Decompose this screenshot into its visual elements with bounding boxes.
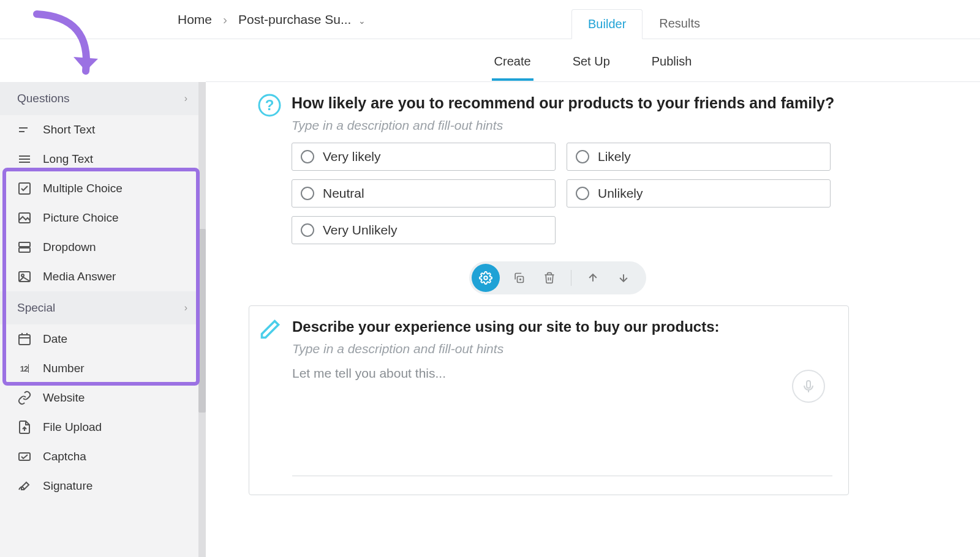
long-text-input[interactable]: Let me tell you about this... [292, 366, 832, 476]
options-grid: Very likely Likely Neutral Unlikely Very… [292, 143, 831, 244]
question-title[interactable]: How likely are you to recommend our prod… [292, 94, 968, 112]
sidebar-item-label: Multiple Choice [43, 182, 123, 195]
scrollbar-thumb[interactable] [198, 229, 206, 413]
question-description-placeholder[interactable]: Type in a description and fill-out hints [292, 342, 832, 356]
sidebar-group-questions[interactable]: Questions › [0, 82, 201, 115]
sidebar-group-label: Questions [17, 92, 70, 105]
link-icon [17, 391, 32, 405]
move-up-button[interactable] [581, 266, 605, 290]
number-icon: 12 [17, 361, 32, 376]
workspace: Questions › Short Text Long Text Mul [0, 82, 980, 557]
sidebar-item-label: Date [43, 332, 67, 346]
option-likely[interactable]: Likely [567, 143, 831, 171]
question-multiple-choice: ? How likely are you to recommend our pr… [292, 94, 968, 244]
option-label: Unlikely [598, 186, 643, 201]
top-bar: Home › Post-purchase Su... ⌄ Builder Res… [0, 0, 980, 39]
sidebar-item-label: Website [43, 391, 85, 405]
option-label: Likely [598, 149, 631, 164]
radio-icon [301, 223, 314, 237]
duplicate-button[interactable] [507, 266, 530, 290]
question-description-placeholder[interactable]: Type in a description and fill-out hints [292, 118, 968, 133]
settings-button[interactable] [472, 264, 500, 292]
scrollbar-track[interactable] [198, 82, 206, 557]
svg-rect-7 [19, 242, 30, 247]
chevron-down-icon: ⌄ [358, 16, 366, 26]
sidebar-item-website[interactable]: Website [0, 383, 201, 413]
long-text-placeholder: Let me tell you about this... [292, 366, 446, 380]
svg-point-10 [21, 274, 24, 277]
sidebar-item-label: Captcha [43, 450, 86, 463]
option-neutral[interactable]: Neutral [292, 179, 556, 207]
question-long-text[interactable]: Describe your experience using our site … [249, 305, 849, 495]
sidebar-item-media-answer[interactable]: Media Answer [0, 262, 201, 291]
upload-icon [17, 420, 32, 435]
subtab-publish[interactable]: Publish [649, 41, 695, 80]
svg-text:?: ? [265, 97, 274, 113]
svg-rect-11 [19, 335, 30, 345]
sidebar-item-captcha[interactable]: Captcha [0, 442, 201, 471]
sidebar-item-signature[interactable]: Signature [0, 471, 201, 501]
chevron-right-icon: › [184, 93, 187, 104]
top-tabs: Builder Results [571, 9, 717, 39]
media-icon [17, 269, 32, 284]
breadcrumb-current-label: Post-purchase Su... [238, 12, 351, 26]
sidebar-item-label: Short Text [43, 123, 95, 136]
sidebar-item-number[interactable]: 12 Number [0, 354, 201, 383]
sidebar-item-label: Number [43, 362, 85, 375]
sidebar-item-multiple-choice[interactable]: Multiple Choice [0, 174, 201, 203]
sidebar-item-label: Signature [43, 479, 92, 493]
question-mark-icon: ? [257, 93, 282, 118]
sidebar-group-special[interactable]: Special › [0, 291, 201, 324]
sidebar-item-label: Picture Choice [43, 211, 119, 225]
sidebar-item-file-upload[interactable]: File Upload [0, 413, 201, 442]
breadcrumb-home[interactable]: Home [178, 12, 212, 27]
breadcrumb: Home › Post-purchase Su... ⌄ [178, 12, 366, 27]
svg-rect-8 [19, 248, 30, 252]
option-label: Neutral [323, 186, 364, 201]
breadcrumb-current[interactable]: Post-purchase Su... ⌄ [238, 12, 366, 27]
option-very-likely[interactable]: Very likely [292, 143, 556, 171]
checkbox-icon [17, 181, 32, 196]
subtab-create[interactable]: Create [492, 41, 533, 80]
radio-icon [576, 187, 589, 200]
canvas: ? How likely are you to recommend our pr… [206, 82, 980, 557]
question-toolbar [469, 261, 646, 294]
radio-icon [301, 187, 314, 200]
long-text-icon [17, 152, 32, 166]
svg-rect-25 [807, 381, 810, 388]
delete-button[interactable] [538, 266, 561, 290]
radio-icon [301, 150, 314, 163]
tab-builder[interactable]: Builder [571, 9, 643, 39]
svg-point-19 [484, 276, 488, 280]
option-unlikely[interactable]: Unlikely [567, 179, 831, 207]
sidebar-item-long-text[interactable]: Long Text [0, 144, 201, 174]
sidebar-group-label: Special [17, 301, 55, 315]
sidebar-item-dropdown[interactable]: Dropdown [0, 233, 201, 262]
sidebar-item-label: Dropdown [43, 241, 96, 254]
move-down-button[interactable] [612, 266, 635, 290]
dropdown-icon [17, 240, 32, 255]
sidebar-item-picture-choice[interactable]: Picture Choice [0, 203, 201, 233]
pencil-icon [258, 317, 282, 342]
chevron-right-icon: › [223, 12, 227, 27]
sidebar-item-short-text[interactable]: Short Text [0, 115, 201, 144]
sub-tabs: Create Set Up Publish [206, 39, 980, 82]
microphone-button[interactable] [792, 370, 825, 403]
chevron-right-icon: › [184, 302, 187, 313]
option-label: Very Unlikely [323, 223, 397, 237]
sidebar-item-date[interactable]: Date [0, 324, 201, 354]
radio-icon [576, 150, 589, 163]
option-very-unlikely[interactable]: Very Unlikely [292, 216, 556, 244]
option-label: Very likely [323, 149, 381, 164]
sidebar-item-label: Long Text [43, 152, 93, 166]
subtab-setup[interactable]: Set Up [570, 41, 612, 80]
captcha-icon [17, 449, 32, 464]
sidebar-item-label: Media Answer [43, 270, 116, 283]
tab-results[interactable]: Results [643, 9, 717, 39]
calendar-icon [17, 332, 32, 346]
question-title[interactable]: Describe your experience using our site … [292, 318, 832, 335]
toolbar-separator [571, 270, 571, 286]
sidebar: Questions › Short Text Long Text Mul [0, 82, 206, 557]
sidebar-item-label: File Upload [43, 421, 102, 434]
signature-icon [17, 479, 32, 493]
